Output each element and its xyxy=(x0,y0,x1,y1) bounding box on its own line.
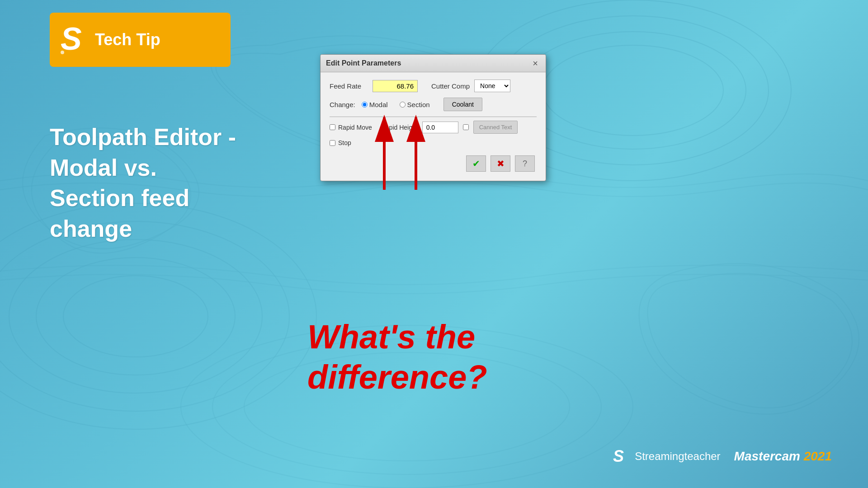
bottom-logos: S Streamingteacher Mastercam 2021 xyxy=(612,447,832,465)
stop-row: Stop xyxy=(330,139,537,146)
stop-label[interactable]: Stop xyxy=(330,139,351,146)
feed-rate-input[interactable] xyxy=(373,80,418,92)
whats-diff: What's the difference? xyxy=(307,317,487,398)
whats-diff-line1: What's the xyxy=(307,317,487,357)
ok-checkmark-icon: ✔ xyxy=(472,158,480,169)
section-radio[interactable] xyxy=(400,102,406,108)
modal-label: Modal xyxy=(369,101,388,108)
svg-point-14 xyxy=(61,51,64,54)
canned-text-button[interactable]: Canned Text xyxy=(473,121,518,134)
section-radio-label[interactable]: Section xyxy=(400,101,430,108)
svg-point-2 xyxy=(520,32,746,149)
rapid-move-checkbox[interactable] xyxy=(330,124,335,130)
section-label: Section xyxy=(407,101,430,108)
whats-diff-line2: difference? xyxy=(307,357,487,398)
cancel-button[interactable]: ✖ xyxy=(491,155,510,172)
rapid-move-text: Rapid Move xyxy=(338,124,372,131)
svg-point-3 xyxy=(542,45,723,136)
dialog-title: Edit Point Parameters xyxy=(326,59,401,67)
title-line4: change xyxy=(50,214,236,244)
cancel-x-icon: ✖ xyxy=(497,158,505,169)
dialog-footer: ✔ ✖ ? xyxy=(330,152,537,174)
help-question-icon: ? xyxy=(523,159,527,169)
ok-button[interactable]: ✔ xyxy=(466,155,486,172)
title-line3: Section feed xyxy=(50,183,236,214)
help-button[interactable]: ? xyxy=(515,155,535,172)
rapid-height-text: Rapid Height xyxy=(381,124,418,131)
mastercam-bottom-logo: Mastercam 2021 xyxy=(734,449,832,464)
main-title: Toolpath Editor - Modal vs. Section feed… xyxy=(50,122,236,244)
rapid-move-label[interactable]: Rapid Move xyxy=(330,124,372,131)
tech-tip-label: Tech Tip xyxy=(95,30,160,49)
cutter-comp-select[interactable]: None Left Right xyxy=(474,80,510,92)
stop-checkbox[interactable] xyxy=(330,140,335,146)
feed-rate-label: Feed Rate xyxy=(330,82,368,90)
modal-radio[interactable] xyxy=(362,102,368,108)
rapid-move-row: Rapid Move Rapid Height Canned Text xyxy=(330,121,537,134)
coolant-button[interactable]: Coolant xyxy=(443,98,482,111)
svg-point-6 xyxy=(9,239,262,393)
dialog-body: Feed Rate Cutter Comp None Left Right Ch… xyxy=(321,72,546,181)
svg-point-8 xyxy=(63,276,208,357)
canned-text-checkbox[interactable] xyxy=(463,124,469,130)
title-line1: Toolpath Editor - xyxy=(50,122,236,153)
streaming-teacher-icon: S xyxy=(612,447,630,465)
rapid-height-label[interactable]: Rapid Height xyxy=(381,124,418,131)
edit-point-parameters-dialog: Edit Point Parameters × Feed Rate Cutter… xyxy=(320,54,546,181)
num-input[interactable] xyxy=(422,122,458,133)
streaming-teacher-logo: S Streamingteacher xyxy=(612,447,720,465)
change-label: Change: xyxy=(330,101,355,108)
mastercam-logo-icon: S xyxy=(59,22,88,58)
feed-rate-row: Feed Rate Cutter Comp None Left Right xyxy=(330,80,537,92)
dialog-titlebar: Edit Point Parameters × xyxy=(321,55,546,72)
cutter-comp-label: Cutter Comp xyxy=(431,82,470,90)
divider xyxy=(330,117,537,117)
svg-text:S: S xyxy=(613,447,624,465)
title-line2: Modal vs. xyxy=(50,153,236,183)
tech-tip-banner: S Tech Tip xyxy=(50,13,231,67)
modal-radio-label[interactable]: Modal xyxy=(362,101,388,108)
change-row: Change: Modal Section Coolant xyxy=(330,98,537,111)
streaming-teacher-text: Streamingteacher xyxy=(635,450,720,463)
stop-text: Stop xyxy=(338,139,351,146)
svg-point-5 xyxy=(0,221,289,411)
close-button[interactable]: × xyxy=(530,58,540,68)
